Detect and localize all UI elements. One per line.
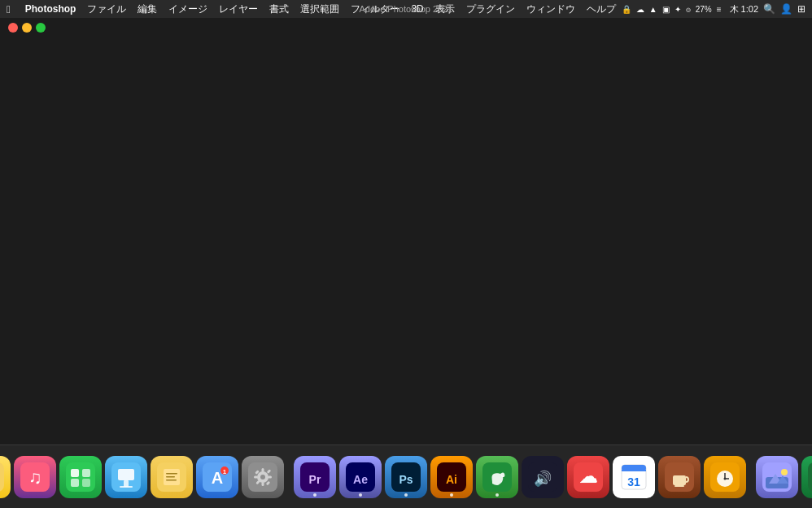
menubar-right: 🔒 ☁ ▲ ▣ ✦ ⌾ 27% ≡ 木 1:02 🔍 👤 ⊞ [622, 3, 805, 15]
dock-preview[interactable] [756, 456, 798, 498]
svg-point-85 [724, 477, 727, 480]
svg-rect-34 [71, 479, 79, 487]
maximize-button[interactable] [36, 23, 46, 33]
menu-extra-icon: ☁ [636, 5, 644, 14]
svg-rect-33 [82, 469, 90, 477]
menu-help[interactable]: ヘルプ [587, 2, 616, 16]
svg-rect-32 [71, 469, 79, 477]
dock-stickies[interactable] [151, 456, 193, 498]
menu-edit[interactable]: 編集 [138, 2, 157, 16]
monitor-icon: ▣ [662, 5, 670, 14]
vpn-icon: 🔒 [622, 5, 631, 14]
svg-text:Pr: Pr [309, 473, 321, 486]
dock-after-effects[interactable]: Ae [339, 456, 382, 498]
svg-text:1: 1 [223, 468, 227, 475]
menu-plugins[interactable]: プラグイン [466, 2, 515, 16]
svg-rect-52 [262, 468, 264, 472]
svg-rect-42 [166, 473, 177, 475]
evernote-running-dot [495, 493, 499, 497]
premiere-running-dot [313, 493, 317, 497]
apple-menu-icon[interactable]:  [7, 3, 11, 15]
menu-app-name[interactable]: Photoshop [25, 3, 76, 15]
svg-rect-38 [124, 480, 129, 487]
main-canvas [0, 18, 812, 444]
dock: ♫ A [0, 444, 812, 508]
svg-rect-31 [66, 462, 95, 492]
minimize-button[interactable] [22, 23, 32, 33]
control-menu-icon[interactable]: ⊞ [797, 3, 805, 15]
search-button[interactable]: 🔍 [763, 3, 775, 15]
ae-running-dot [359, 493, 362, 497]
svg-text:♫: ♫ [28, 467, 42, 488]
ai-running-dot [450, 493, 453, 497]
bluetooth-icon: ✦ [674, 5, 681, 14]
dock-evernote[interactable] [476, 456, 518, 498]
user-account-icon[interactable]: 👤 [780, 3, 792, 15]
svg-text:31: 31 [627, 475, 640, 488]
ps-running-dot [404, 493, 408, 497]
svg-rect-54 [254, 475, 258, 478]
svg-rect-55 [268, 475, 272, 478]
svg-point-51 [260, 475, 265, 480]
svg-rect-35 [82, 479, 90, 487]
traffic-lights [8, 23, 46, 33]
clock-display[interactable]: 木 1:02 [730, 3, 758, 15]
svg-rect-44 [166, 480, 177, 481]
dock-premiere-pro[interactable]: Pr [294, 456, 336, 498]
svg-text:🔊: 🔊 [534, 470, 552, 488]
battery-status: 27% [696, 5, 712, 14]
dock-appstore[interactable]: A 1 [196, 456, 238, 498]
dock-lungo[interactable] [658, 456, 701, 498]
svg-point-90 [781, 469, 788, 475]
svg-rect-39 [120, 486, 133, 488]
menu-select[interactable]: 選択範囲 [300, 2, 339, 16]
window-title: Adobe Photoshop 2021 [360, 4, 453, 14]
dock-system-preferences[interactable] [242, 456, 284, 498]
svg-text:Ps: Ps [399, 473, 413, 486]
menu-layer[interactable]: レイヤー [219, 2, 258, 16]
svg-rect-79 [673, 475, 686, 485]
dock-photoshop[interactable]: Ps [385, 456, 427, 498]
dock-music[interactable]: ♫ [14, 456, 56, 498]
svg-rect-53 [262, 482, 264, 486]
svg-text:Ai: Ai [446, 473, 457, 486]
close-button[interactable] [8, 23, 18, 33]
dock-klokki[interactable] [704, 456, 746, 498]
menubar:  Photoshop ファイル 編集 イメージ レイヤー 書式 選択範囲 フィ… [0, 0, 812, 18]
dock-illustrator[interactable]: Ai [430, 456, 473, 498]
menu-image[interactable]: イメージ [168, 2, 207, 16]
dock-keynote[interactable] [105, 456, 147, 498]
menu-file[interactable]: ファイル [87, 2, 126, 16]
control-center-icon[interactable]: ≡ [717, 5, 722, 14]
svg-text:☁: ☁ [579, 466, 597, 487]
dock-numbers[interactable] [59, 456, 102, 498]
dock-silenz[interactable]: 🔊 [522, 456, 564, 498]
dock-excel[interactable]: X [801, 456, 812, 498]
menu-window[interactable]: ウィンドウ [526, 2, 575, 16]
svg-rect-91 [808, 462, 812, 492]
svg-rect-43 [166, 476, 175, 478]
dock-reminders[interactable] [0, 456, 11, 498]
svg-rect-76 [622, 470, 646, 471]
svg-rect-80 [674, 485, 684, 487]
wifi-icon: ▲ [649, 5, 657, 14]
dock-gcal[interactable]: 31 [613, 456, 655, 498]
svg-rect-37 [118, 469, 134, 480]
svg-text:Ae: Ae [353, 473, 368, 486]
menu-type[interactable]: 書式 [269, 2, 289, 16]
wifi-signal-icon: ⌾ [686, 5, 691, 14]
dock-creative-cloud[interactable]: ☁ [567, 456, 609, 498]
svg-rect-24 [0, 462, 4, 492]
